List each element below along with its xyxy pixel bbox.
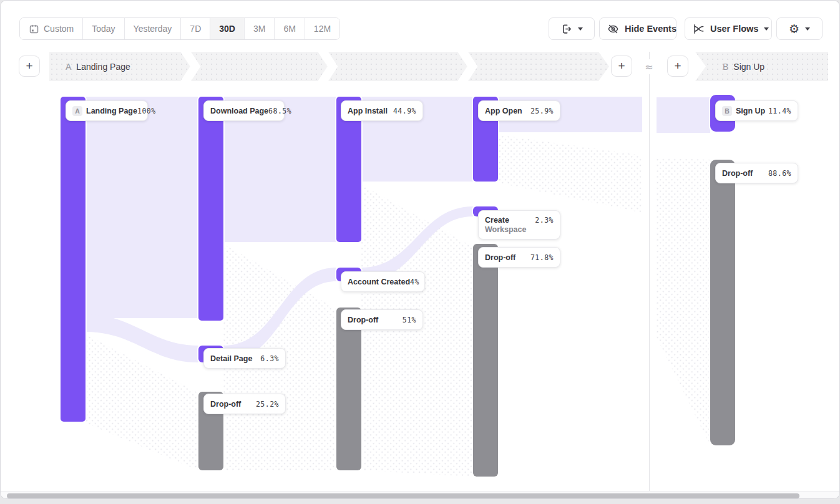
settings-button[interactable]: ⚙ [776,17,823,40]
date-range-today[interactable]: Today [82,18,124,39]
hide-events-label: Hide Events [625,24,676,34]
date-range-30d[interactable]: 30D [210,18,244,39]
date-range-segmented-control: Custom Today Yesterday 7D 30D 3M 6M 12M [19,17,340,40]
export-button[interactable] [549,17,595,40]
label-create-workspace[interactable]: Create 2.3% Workspace [478,210,560,240]
date-range-7d[interactable]: 7D [180,18,210,39]
chevron-down-icon [578,27,583,31]
add-step-before-button[interactable]: + [19,56,40,77]
date-range-label: Custom [44,24,74,34]
user-flows-selector[interactable]: User Flows [685,17,772,40]
label-download-page[interactable]: Download Page 68.5% [203,100,285,121]
date-range-custom[interactable]: Custom [20,18,82,39]
dropoff-flow-app-open-right [657,158,710,445]
label-sign-up[interactable]: BSign Up 11.4% [715,100,798,121]
flow-landing-detail [85,314,198,362]
date-range-6m[interactable]: 6M [274,18,304,39]
node-download-page[interactable] [198,97,223,321]
label-dropoff-landing[interactable]: Drop-off 25.2% [203,394,286,414]
label-dropoff-app-install[interactable]: Drop-off 51% [341,309,423,330]
eye-off-icon [607,23,619,35]
section-a-label: Landing Page [76,62,130,72]
approx-separator: ≈ [641,59,657,74]
gear-icon: ⚙ [789,23,799,35]
add-step-before-section-b-button[interactable]: + [667,56,688,77]
dropoff-flow-app-install [361,185,473,477]
label-detail-page[interactable]: Detail Page 6.3% [203,348,286,369]
label-app-install[interactable]: App Install 44.9% [341,100,423,121]
chevron-down-icon [805,27,810,31]
export-icon [560,23,572,35]
date-range-3m[interactable]: 3M [244,18,274,39]
badge-b: B [722,106,732,116]
flow-appopen-signup-right [657,97,710,133]
flows-chart-icon [693,23,705,35]
flow-landing-download [85,97,198,318]
section-b-label: Sign Up [733,62,764,72]
date-range-12m[interactable]: 12M [305,18,339,39]
node-dropoff-app-open[interactable] [473,244,498,477]
section-a-badge: A [66,62,71,72]
breadcrumb-section-a[interactable]: A Landing Page [49,52,609,81]
horizontal-scrollbar-track[interactable] [1,491,839,499]
node-landing-page[interactable] [61,97,85,422]
user-flows-panel: Custom Today Yesterday 7D 30D 3M 6M 12M … [0,0,840,499]
node-dropoff-sign-up[interactable] [710,160,735,445]
section-divider [649,52,650,491]
node-dropoff-app-install[interactable] [336,308,361,470]
badge-a: A [72,106,82,116]
chevron-down-icon [764,27,769,31]
calendar-icon [29,24,39,34]
add-step-end-section-a-button[interactable]: + [611,56,632,77]
horizontal-scrollbar-thumb[interactable] [7,493,799,498]
hide-events-button[interactable]: Hide Events [599,17,676,40]
label-dropoff-app-open[interactable]: Drop-off 71.8% [478,247,560,268]
section-b-badge: B [723,62,728,72]
user-flows-label: User Flows [710,24,758,34]
breadcrumb-section-b[interactable]: B Sign Up [695,52,828,81]
label-landing-page[interactable]: ALanding Page 100% [66,100,148,121]
label-account-created[interactable]: Account Created 4% [341,271,425,292]
label-dropoff-sign-up[interactable]: Drop-off 88.6% [715,163,798,183]
label-app-open[interactable]: App Open 25.9% [478,100,560,121]
breadcrumb-chevron-separators [49,52,609,81]
dropoff-flow-landing [85,334,198,470]
flow-accountcreated-createworkspace [361,206,473,281]
dropoff-flow-app-open-left [498,135,642,213]
date-range-yesterday[interactable]: Yesterday [124,18,181,39]
